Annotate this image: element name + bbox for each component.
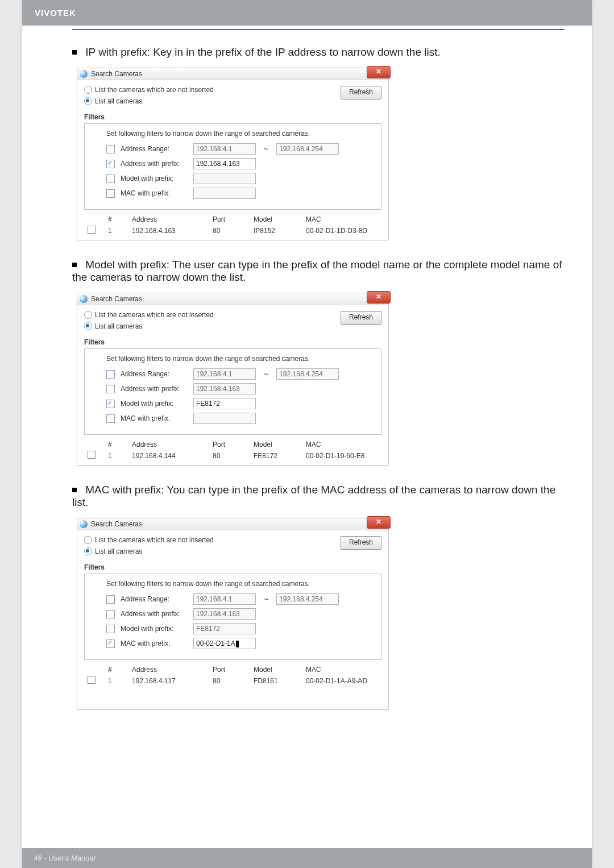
chk-mac-prefix[interactable]: [106, 414, 115, 423]
input-mac-prefix[interactable]: 00-02-D1-1A: [193, 638, 256, 649]
refresh-button[interactable]: Refresh: [341, 311, 381, 325]
radio-not-inserted[interactable]: [84, 311, 92, 319]
close-icon[interactable]: ✕: [367, 66, 391, 78]
col-address: Address: [128, 214, 209, 225]
refresh-button[interactable]: Refresh: [341, 86, 381, 99]
dialog-title-text: Search Cameras: [91, 70, 142, 78]
label-address-prefix: Address with prefix:: [121, 160, 188, 168]
label-mac-prefix: MAC with prefix:: [121, 189, 188, 197]
radio-not-inserted[interactable]: [84, 536, 92, 544]
input-model-prefix[interactable]: FE8172: [193, 398, 256, 409]
chk-address-prefix[interactable]: [106, 610, 115, 618]
chk-mac-prefix[interactable]: [106, 189, 115, 198]
chk-address-prefix[interactable]: [106, 385, 115, 393]
row-checkbox[interactable]: [88, 676, 96, 684]
radio-list-all[interactable]: [84, 322, 92, 330]
results-table: # Address Port Model MAC 1 192.168.4.163…: [84, 214, 381, 236]
filters-heading: Filters: [84, 338, 381, 346]
app-icon: [80, 520, 88, 528]
filters-desc: Set following filters to narrow down the…: [106, 130, 374, 138]
input-addr-to[interactable]: 192.168.4.254: [276, 143, 339, 155]
label-address-range: Address Range:: [121, 145, 188, 153]
header-divider: [72, 29, 565, 30]
cell-port: 80: [209, 225, 250, 236]
filters-panel: Set following filters to narrow down the…: [84, 348, 381, 435]
results-table: # Address Port Model MAC 1 192.168.4.144…: [84, 439, 381, 462]
dialog-titlebar: Search Cameras ✕: [77, 518, 388, 530]
filters-heading: Filters: [84, 113, 381, 121]
range-separator: ~: [262, 369, 271, 379]
row-checkbox[interactable]: [88, 226, 96, 234]
table-row[interactable]: 1 192.168.4.117 80 FD8161 00-02-D1-1A-A9…: [84, 675, 381, 687]
chk-model-prefix[interactable]: [106, 400, 115, 408]
table-row[interactable]: 1 192.168.4.163 80 IP8152 00-02-D1-1D-D3…: [84, 225, 381, 236]
input-model-prefix[interactable]: FE8172: [193, 623, 256, 634]
dialog-titlebar: Search Cameras ✕: [77, 68, 388, 80]
label-address-range: Address Range:: [121, 370, 188, 378]
input-addr-to[interactable]: 192.168.4.254: [276, 593, 339, 605]
radio-not-inserted-label: List the cameras which are not inserted: [95, 86, 214, 94]
bullet-text: IP with prefix: Key in in the prefix of …: [85, 46, 441, 58]
cell-addr: 192.168.4.117: [128, 675, 209, 687]
cell-model: FD8161: [250, 675, 302, 687]
chk-address-range[interactable]: [106, 145, 115, 153]
chk-model-prefix[interactable]: [106, 175, 115, 183]
col-mac: MAC: [302, 214, 381, 225]
col-port: Port: [209, 665, 250, 675]
chk-mac-prefix[interactable]: [106, 639, 115, 648]
filters-panel: Set following filters to narrow down the…: [84, 574, 381, 660]
filters-panel: Set following filters to narrow down the…: [84, 123, 381, 210]
label-mac-prefix: MAC with prefix:: [121, 414, 188, 422]
col-model: Model: [250, 665, 302, 675]
input-address-prefix[interactable]: 192.168.4.163: [193, 158, 256, 169]
text-cursor: [236, 641, 239, 647]
chk-address-range[interactable]: [106, 595, 115, 604]
input-mac-prefix[interactable]: [193, 413, 256, 424]
chk-address-prefix[interactable]: [106, 160, 115, 168]
input-addr-to[interactable]: 192.168.4.254: [276, 368, 339, 380]
app-icon: [80, 70, 88, 78]
input-mac-prefix[interactable]: [193, 188, 256, 199]
range-separator: ~: [262, 595, 271, 604]
input-addr-from[interactable]: 192.168.4.1: [193, 368, 256, 380]
col-mac: MAC: [302, 665, 381, 675]
close-icon[interactable]: ✕: [367, 291, 391, 304]
input-addr-from[interactable]: 192.168.4.1: [193, 593, 256, 605]
radio-not-inserted[interactable]: [84, 86, 92, 94]
row-checkbox[interactable]: [88, 451, 96, 459]
cell-num: 1: [105, 450, 128, 462]
chk-model-prefix[interactable]: [106, 625, 115, 633]
bullet-text: MAC with prefix: You can type in the pre…: [72, 484, 555, 508]
search-cameras-dialog-2: Search Cameras ✕ List the cameras which …: [77, 293, 389, 466]
bullet-ip-prefix: IP with prefix: Key in in the prefix of …: [72, 46, 565, 59]
close-icon[interactable]: ✕: [367, 516, 391, 529]
col-num: #: [105, 214, 128, 225]
cell-model: IP8152: [250, 225, 302, 236]
cell-port: 80: [209, 675, 250, 687]
col-num: #: [105, 665, 128, 675]
cell-mac: 00-02-D1-19-60-E8: [302, 450, 381, 462]
cell-num: 1: [105, 675, 128, 687]
app-icon: [80, 295, 88, 303]
brand-label: VIVOTEK: [35, 8, 76, 18]
chk-address-range[interactable]: [106, 370, 115, 379]
label-mac-prefix: MAC with prefix:: [121, 639, 188, 647]
input-addr-from[interactable]: 192.168.4.1: [193, 143, 256, 155]
refresh-button[interactable]: Refresh: [341, 536, 381, 550]
input-model-prefix[interactable]: [193, 173, 256, 184]
label-address-prefix: Address with prefix:: [121, 385, 188, 393]
label-model-prefix: Model with prefix:: [121, 175, 188, 182]
cell-num: 1: [105, 225, 128, 236]
col-address: Address: [128, 439, 209, 450]
table-row[interactable]: 1 192.168.4.144 80 FE8172 00-02-D1-19-60…: [84, 450, 381, 462]
radio-list-all[interactable]: [84, 97, 92, 105]
dialog-title-text: Search Cameras: [91, 295, 142, 303]
cell-addr: 192.168.4.163: [128, 225, 209, 236]
input-address-prefix[interactable]: 192.168.4.163: [193, 608, 256, 620]
bullet-mac-prefix: MAC with prefix: You can type in the pre…: [72, 484, 565, 509]
input-address-prefix[interactable]: 192.168.4.163: [193, 383, 256, 394]
filters-desc: Set following filters to narrow down the…: [106, 355, 374, 363]
radio-list-all[interactable]: [84, 547, 92, 555]
col-address: Address: [128, 665, 209, 675]
page-footer: 46 - User's Manual: [22, 848, 592, 868]
